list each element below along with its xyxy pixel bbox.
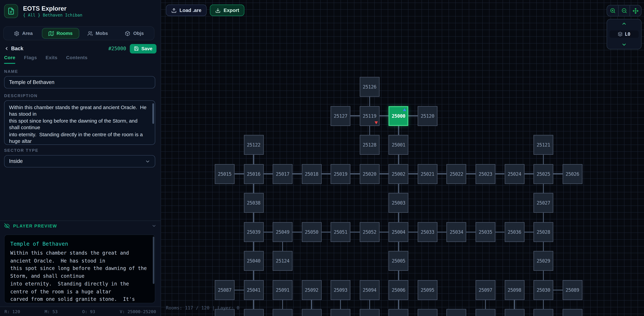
room-node-partial[interactable] (273, 309, 292, 316)
room-node-25098[interactable]: 25098 (505, 280, 524, 300)
pan-button[interactable] (630, 6, 641, 16)
room-node-25094[interactable]: 25094 (360, 280, 380, 300)
room-connection (524, 232, 534, 233)
room-node-25002[interactable]: 25002 (389, 164, 408, 184)
room-node-25049[interactable]: 25049 (273, 222, 292, 242)
room-node-25087[interactable]: 25087 (215, 280, 234, 300)
room-node-25038[interactable]: 25038 (244, 193, 264, 213)
room-node-partial[interactable] (446, 309, 466, 316)
download-icon (215, 8, 221, 13)
room-map[interactable]: 2512625127251192500025120251222512825001… (161, 0, 644, 316)
player-preview-header[interactable]: PLAYER PREVIEW (4, 223, 156, 229)
tab-area[interactable]: Area (5, 28, 42, 39)
room-node-partial[interactable] (389, 309, 408, 316)
room-node-25006[interactable]: 25006 (389, 280, 408, 300)
room-node-partial[interactable] (562, 309, 582, 316)
room-node-25040[interactable]: 25040 (244, 251, 264, 271)
room-node-25027[interactable]: 25027 (534, 193, 553, 213)
room-node-25120[interactable]: 25120 (418, 106, 437, 126)
sector-type-value: Inside (9, 158, 23, 164)
room-node-25128[interactable]: 25128 (360, 135, 380, 155)
room-node-25092[interactable]: 25092 (302, 280, 322, 300)
zoom-in-button[interactable] (607, 6, 618, 16)
description-scrollbar[interactable] (152, 103, 154, 124)
room-node-25030[interactable]: 25030 (534, 280, 553, 300)
preview-scrollbar[interactable] (153, 237, 154, 284)
tab-objs[interactable]: Objs (116, 28, 153, 39)
room-node-partial[interactable] (505, 309, 524, 316)
room-node-25023[interactable]: 25023 (476, 164, 495, 184)
room-node-25095[interactable]: 25095 (418, 280, 437, 300)
room-node-25051[interactable]: 25051 (331, 222, 350, 242)
room-node-25016[interactable]: 25016 (244, 164, 264, 184)
room-node-partial[interactable] (476, 309, 495, 316)
room-node-25121[interactable]: 25121 (534, 135, 553, 155)
tab-mobs[interactable]: Mobs (79, 28, 116, 39)
room-connection (369, 97, 370, 106)
sector-type-select[interactable]: Inside (4, 155, 155, 168)
room-connection (340, 300, 341, 309)
room-node-25097[interactable]: 25097 (476, 280, 495, 300)
back-button[interactable]: Back (4, 46, 23, 51)
room-node-25091[interactable]: 25091 (273, 280, 292, 300)
room-node-25025[interactable]: 25025 (534, 164, 553, 184)
room-node-25028[interactable]: 25028 (534, 222, 553, 242)
room-node-25019[interactable]: 25019 (331, 164, 350, 184)
room-node-partial[interactable] (418, 309, 437, 316)
room-node-25005[interactable]: 25005 (389, 251, 408, 271)
room-node-25033[interactable]: 25033 (418, 222, 437, 242)
room-node-25001[interactable]: 25001 (389, 135, 408, 155)
room-description-textarea[interactable]: Within this chamber stands the great and… (4, 100, 155, 145)
room-node-25035[interactable]: 25035 (476, 222, 495, 242)
zoom-out-button[interactable] (618, 6, 630, 16)
room-node-25029[interactable]: 25029 (534, 251, 553, 271)
room-node-partial[interactable] (360, 309, 380, 316)
room-node-25127[interactable]: 25127 (331, 106, 350, 126)
room-node-25126[interactable]: 25126 (360, 77, 380, 97)
room-node-25093[interactable]: 25093 (331, 280, 350, 300)
room-node-25026[interactable]: 25026 (562, 164, 582, 184)
room-node-25050[interactable]: 25050 (302, 222, 322, 242)
layer-up-button[interactable] (622, 21, 627, 26)
room-node-25024[interactable]: 25024 (505, 164, 524, 184)
room-node-25089[interactable]: 25089 (562, 280, 582, 300)
load-are-button[interactable]: Load .are (166, 5, 207, 16)
room-node-25021[interactable]: 25021 (418, 164, 437, 184)
room-vnum-label: 25122 (247, 142, 260, 148)
room-node-25000[interactable]: 25000 (389, 106, 408, 126)
save-button[interactable]: Save (130, 44, 156, 53)
room-node-25017[interactable]: 25017 (273, 164, 292, 184)
subtab-contents[interactable]: Contents (66, 55, 88, 64)
room-node-25018[interactable]: 25018 (302, 164, 322, 184)
room-connection (408, 115, 418, 116)
room-node-25015[interactable]: 25015 (215, 164, 234, 184)
room-node-25122[interactable]: 25122 (244, 135, 264, 155)
preview-divider (0, 221, 160, 221)
subtab-exits[interactable]: Exits (46, 55, 58, 64)
layer-down-button[interactable] (622, 42, 627, 47)
room-node-25052[interactable]: 25052 (360, 222, 380, 242)
room-node-25003[interactable]: 25003 (389, 193, 408, 213)
room-node-partial[interactable] (244, 309, 264, 316)
room-node-partial[interactable] (534, 309, 553, 316)
room-node-25004[interactable]: 25004 (389, 222, 408, 242)
room-node-25036[interactable]: 25036 (505, 222, 524, 242)
room-node-25022[interactable]: 25022 (446, 164, 466, 184)
room-connection (282, 242, 283, 251)
room-node-25119[interactable]: 25119 (360, 106, 380, 126)
subtab-core[interactable]: Core (4, 55, 15, 64)
tab-rooms[interactable]: Rooms (42, 28, 79, 39)
export-button[interactable]: Export (210, 5, 244, 16)
room-node-25041[interactable]: 25041 (244, 280, 264, 300)
player-preview-label: PLAYER PREVIEW (13, 223, 57, 228)
room-node-25124[interactable]: 25124 (273, 251, 292, 271)
room-node-25020[interactable]: 25020 (360, 164, 380, 184)
room-connection (485, 300, 486, 309)
room-vnum-label: 25019 (334, 171, 348, 177)
room-name-input[interactable] (4, 76, 155, 88)
room-node-25034[interactable]: 25034 (446, 222, 466, 242)
room-node-partial[interactable] (331, 309, 350, 316)
room-node-25039[interactable]: 25039 (244, 222, 264, 242)
room-node-partial[interactable] (302, 309, 322, 316)
subtab-flags[interactable]: Flags (24, 55, 37, 64)
